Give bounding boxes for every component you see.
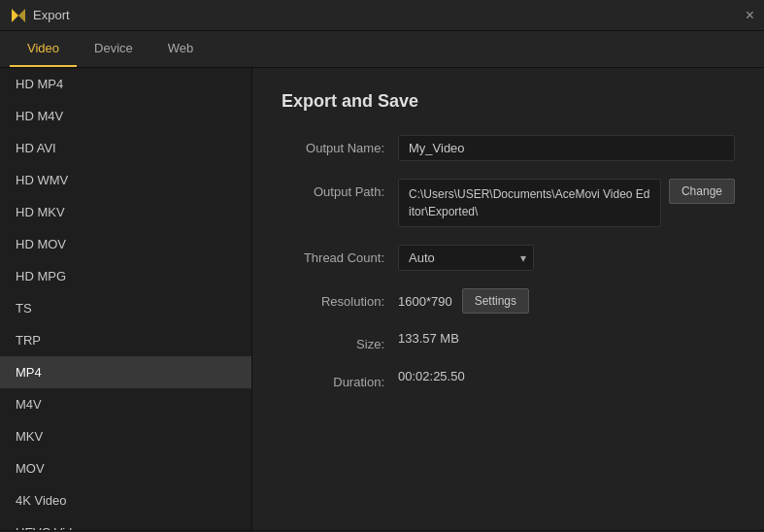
tab-web[interactable]: Web [150, 31, 212, 67]
sidebar-item-hevc-video[interactable]: HEVC Video [0, 516, 251, 530]
output-path-control: C:\Users\USER\Documents\AceMovi Video Ed… [398, 179, 735, 227]
thread-count-select-wrapper: Auto 1 2 4 8 [398, 245, 534, 271]
thread-count-select[interactable]: Auto 1 2 4 8 [398, 245, 534, 271]
sidebar-item-mkv[interactable]: MKV [0, 420, 251, 452]
size-label: Size: [282, 331, 398, 351]
resolution-value-row: 1600*790 Settings [398, 288, 735, 314]
resolution-control: 1600*790 Settings [398, 288, 735, 314]
change-path-button[interactable]: Change [669, 179, 735, 204]
duration-row: Duration: 00:02:25.50 [282, 369, 735, 389]
output-name-control [398, 135, 735, 161]
output-name-input[interactable] [398, 135, 735, 161]
page-title: Export and Save [282, 91, 735, 112]
output-path-row: Output Path: C:\Users\USER\Documents\Ace… [282, 179, 735, 227]
resolution-settings-button[interactable]: Settings [462, 288, 529, 314]
sidebar-item-trp[interactable]: TRP [0, 324, 251, 356]
title-bar-left: Export [10, 7, 70, 24]
output-path-label: Output Path: [282, 179, 398, 199]
resolution-label: Resolution: [282, 288, 398, 309]
output-name-label: Output Name: [282, 135, 398, 155]
app-title: Export [33, 8, 70, 22]
app-logo-icon [10, 7, 27, 24]
output-path-display: C:\Users\USER\Documents\AceMovi Video Ed… [398, 179, 661, 227]
path-row: C:\Users\USER\Documents\AceMovi Video Ed… [398, 179, 735, 227]
sidebar-item-hd-mp4[interactable]: HD MP4 [0, 68, 251, 100]
close-button[interactable]: × [746, 8, 754, 23]
tab-video[interactable]: Video [10, 31, 77, 67]
tab-device[interactable]: Device [77, 31, 150, 67]
sidebar-item-hd-m4v[interactable]: HD M4V [0, 100, 251, 132]
resolution-value: 1600*790 [398, 294, 452, 309]
resolution-row: Resolution: 1600*790 Settings [282, 288, 735, 314]
sidebar-item-ts[interactable]: TS [0, 292, 251, 324]
size-value: 133.57 MB [398, 325, 459, 346]
sidebar-item-hd-wmv[interactable]: HD WMV [0, 164, 251, 196]
export-content: Export and Save Output Name: Output Path… [252, 68, 764, 530]
duration-value: 00:02:25.50 [398, 363, 465, 383]
size-control: 133.57 MB [398, 331, 735, 346]
sidebar-item-m4v[interactable]: M4V [0, 388, 251, 420]
svg-marker-1 [18, 9, 25, 22]
thread-count-control: Auto 1 2 4 8 [398, 245, 735, 271]
svg-marker-0 [12, 9, 18, 22]
output-name-row: Output Name: [282, 135, 735, 161]
duration-control: 00:02:25.50 [398, 369, 735, 383]
sidebar-item-mp4[interactable]: MP4 [0, 356, 251, 388]
title-bar: Export × [0, 0, 764, 31]
main-layout: HD MP4 HD M4V HD AVI HD WMV HD MKV HD MO… [0, 68, 764, 530]
sidebar-item-mov[interactable]: MOV [0, 452, 251, 484]
sidebar-item-4k-video[interactable]: 4K Video [0, 484, 251, 516]
thread-count-row: Thread Count: Auto 1 2 4 8 [282, 245, 735, 271]
size-row: Size: 133.57 MB [282, 331, 735, 351]
sidebar-item-hd-mpg[interactable]: HD MPG [0, 260, 251, 292]
thread-count-label: Thread Count: [282, 245, 398, 265]
duration-label: Duration: [282, 369, 398, 389]
tab-bar: Video Device Web [0, 31, 764, 68]
sidebar-item-hd-mkv[interactable]: HD MKV [0, 196, 251, 228]
sidebar-item-hd-mov[interactable]: HD MOV [0, 228, 251, 260]
sidebar-item-hd-avi[interactable]: HD AVI [0, 132, 251, 164]
format-sidebar: HD MP4 HD M4V HD AVI HD WMV HD MKV HD MO… [0, 68, 252, 530]
